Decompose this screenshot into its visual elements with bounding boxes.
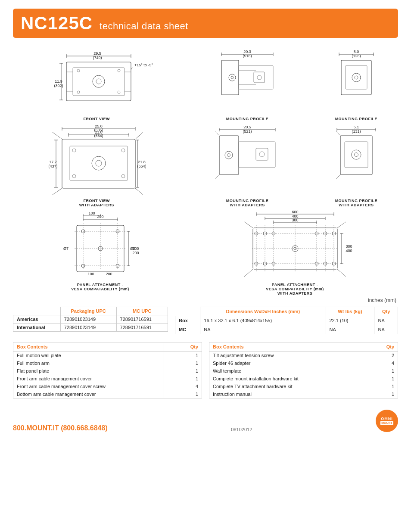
svg-text:11.9: 11.9 <box>55 79 62 84</box>
region-table-container: Packaging UPC MC UPC Americas 7289010231… <box>13 307 168 334</box>
svg-point-45 <box>355 76 358 79</box>
box-item-name: Front arm cable management cover screw <box>13 383 164 390</box>
list-item: Full motion wall plate 1 <box>13 352 202 360</box>
dims-mc-dims: NA <box>200 325 326 334</box>
mc-upc-international: 728901716591 <box>116 324 168 332</box>
svg-text:29.5: 29.5 <box>93 51 101 56</box>
svg-rect-30 <box>239 65 273 89</box>
svg-rect-10 <box>66 62 131 101</box>
box-contents-left-qty-header: Qty <box>164 342 202 352</box>
list-item: Wall template 1 <box>209 367 398 375</box>
mounting-profile-2-svg: 5.0 (126) <box>333 48 380 115</box>
header-subtitle: technical data sheet <box>100 21 188 32</box>
svg-text:5.1: 5.1 <box>354 125 359 129</box>
svg-point-98 <box>352 150 361 159</box>
svg-point-77 <box>121 174 125 178</box>
box-item-name: Complete TV attachment hardware kit <box>209 383 360 390</box>
svg-text:400: 400 <box>346 249 352 253</box>
footer-phone: 800.MOUNT.IT (800.668.6848) <box>13 424 108 432</box>
box-item-name: Instruction manual <box>209 390 360 398</box>
svg-rect-97 <box>345 142 368 168</box>
svg-point-13 <box>96 79 101 84</box>
mc-upc-americas: 728901716591 <box>116 315 168 324</box>
box-contents-right-qty-header: Qty <box>360 342 398 352</box>
dims-box-dims: 16.1 x 32.1 x 6.1 (409x814x155) <box>200 316 326 325</box>
omni-mount-logo: OMNI MOUNT <box>376 410 398 432</box>
tables-section: Packaging UPC MC UPC Americas 7289010231… <box>13 307 398 334</box>
mounting-profile-adapters-1-svg: 20.5 (521) <box>213 124 282 197</box>
box-item-name: Complete mount installation hardware kit <box>209 375 360 383</box>
box-item-name: Spider 46 adapter <box>209 359 360 367</box>
box-item-name: Tilt adjustment tension screw <box>209 352 360 360</box>
box-contents-right-header: Box Contents <box>209 342 360 352</box>
svg-text:(554): (554) <box>137 164 146 168</box>
footer-date: 08102012 <box>231 427 252 432</box>
svg-text:100: 100 <box>132 246 139 251</box>
svg-point-19 <box>118 69 120 72</box>
dims-mc-wt: NA <box>326 325 374 334</box>
svg-point-76 <box>72 174 76 178</box>
svg-rect-96 <box>340 136 372 174</box>
svg-rect-29 <box>221 60 239 95</box>
dims-table: Dimensions WxDxH Inches (mm) Wt lbs (kg)… <box>175 307 398 334</box>
table-row: Americas 728901023149 728901716591 <box>13 315 168 324</box>
svg-text:5.0: 5.0 <box>354 50 359 54</box>
svg-point-72 <box>92 156 106 170</box>
box-item-qty: 1 <box>164 375 202 383</box>
svg-text:(749): (749) <box>93 56 102 60</box>
pkg-upc-international: 728901023149 <box>60 324 116 332</box>
list-item: Front arm cable management cover screw 4 <box>13 383 202 390</box>
svg-text:(126): (126) <box>352 54 361 58</box>
svg-text:(554): (554) <box>94 134 103 138</box>
svg-rect-71 <box>70 146 128 180</box>
mc-upc-header: MC UPC <box>116 307 168 315</box>
pkg-upc-americas: 728901023149 <box>60 315 116 324</box>
svg-line-70 <box>135 188 143 195</box>
svg-text:(131): (131) <box>352 129 361 134</box>
box-item-qty: 1 <box>360 375 398 383</box>
svg-rect-11 <box>73 68 125 96</box>
mounting-profile-adapters-2-label: MOUNTING PROFILEWITH ADAPTERS <box>335 199 378 207</box>
list-item: Flat panel plate 1 <box>13 367 202 375</box>
box-item-qty: 1 <box>164 352 202 360</box>
front-view-label: FRONT VIEW <box>83 117 110 121</box>
list-item: Complete mount installation hardware kit… <box>209 375 398 383</box>
svg-text:Ø7: Ø7 <box>63 246 68 251</box>
region-international: International <box>13 324 61 332</box>
svg-point-36 <box>257 75 262 80</box>
svg-text:100: 100 <box>88 211 95 215</box>
box-item-name: Full motion arm <box>13 359 164 367</box>
svg-rect-84 <box>239 142 275 168</box>
mounting-profile-2-label: MOUNTING PROFILE <box>335 117 378 121</box>
svg-line-169 <box>337 222 346 228</box>
box-contents-right: Box Contents Qty Tilt adjustment tension… <box>209 342 398 398</box>
qty-header: Qty <box>374 307 398 316</box>
svg-line-170 <box>244 269 253 277</box>
front-view-adapters-svg: 25.0 (635) 21.8 (554) 17.2 (437) 21.8 <box>49 124 144 197</box>
svg-point-20 <box>77 91 80 93</box>
svg-line-171 <box>337 269 346 277</box>
dims-box-wt: 22.1 (10) <box>326 316 374 325</box>
svg-text:(437): (437) <box>49 164 58 168</box>
svg-line-67 <box>53 132 62 139</box>
svg-line-68 <box>135 132 143 139</box>
header: NC125C technical data sheet <box>13 9 398 38</box>
svg-text:(521): (521) <box>243 129 252 134</box>
panel-attachment-label: PANEL ATTACHMENT -VESA COMPATABILITY (mm… <box>71 283 129 291</box>
svg-line-168 <box>244 222 253 228</box>
table-row: International 728901023149 728901716591 <box>13 324 168 332</box>
svg-text:(516): (516) <box>243 54 252 58</box>
dims-box-label: Box <box>175 316 200 325</box>
svg-line-101 <box>336 174 340 179</box>
svg-point-74 <box>72 149 76 152</box>
svg-rect-83 <box>219 136 239 174</box>
svg-text:21.8: 21.8 <box>138 160 146 164</box>
svg-text:600: 600 <box>292 210 298 214</box>
list-item: Complete TV attachment hardware kit 1 <box>209 383 398 390</box>
mounting-profile-1-label: MOUNTING PROFILE <box>226 117 269 121</box>
svg-text:200: 200 <box>132 251 139 255</box>
box-item-qty: 2 <box>360 352 398 360</box>
svg-point-88 <box>227 154 230 157</box>
list-item: Instruction manual 1 <box>209 390 398 398</box>
svg-point-75 <box>121 149 125 152</box>
